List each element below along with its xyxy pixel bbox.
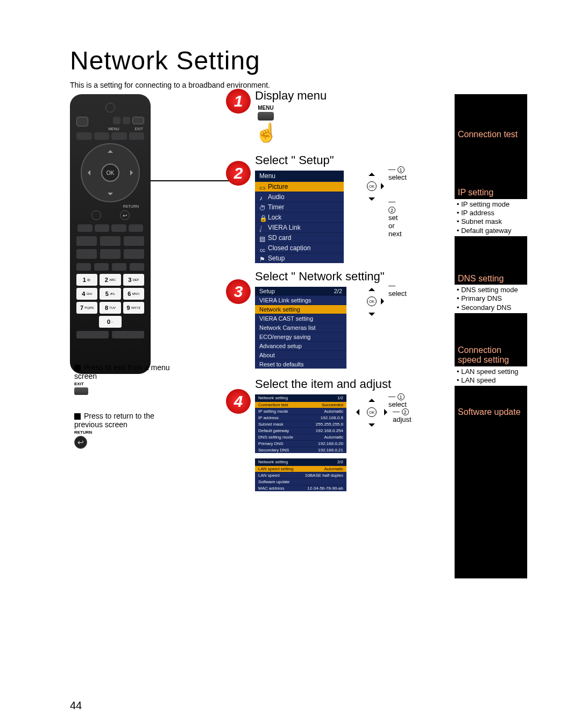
sidebar-heading: Connection test [458, 130, 524, 139]
sidebar-heading: Connection speed setting [458, 345, 524, 365]
step-4-heading: Select the item and adjust [255, 377, 391, 391]
sidebar-item: DNS setting mode [457, 286, 527, 294]
sidebar-heading: IP setting [458, 188, 524, 197]
sidebar-item: LAN speed setting [457, 367, 527, 376]
setup-item[interactable]: Advanced setup [255, 341, 346, 350]
network-setting-panel-2: Network setting2/2 LAN speed settingAuto… [255, 458, 346, 491]
ns-row[interactable]: IP setting modeAutomatic [255, 408, 346, 414]
hand-icon: ☝ [255, 122, 277, 143]
ns-row[interactable]: LAN speed10BASE half duplex [255, 472, 346, 478]
ns-row[interactable]: Software update [255, 478, 346, 485]
sidebar-heading: Software update [458, 407, 524, 417]
ns-row[interactable]: DNS setting modeAutomatic [255, 434, 346, 440]
network-setting-panel-1: Network setting1/2 Connection testSuccee… [255, 394, 346, 453]
key-5[interactable]: 5JKL [100, 288, 121, 300]
menu-item-picture[interactable]: ▭Picture [255, 181, 344, 192]
key-2[interactable]: 2ABC [100, 274, 121, 286]
sidebar-item: LAN speed [457, 376, 527, 385]
remote-ok-button[interactable]: OK [101, 164, 119, 182]
dpad-hint-icon: OK [355, 285, 387, 317]
menu-label: MENU [255, 105, 277, 111]
ns-row[interactable]: Primary DNS192.168.0.20 [255, 440, 346, 447]
callout-line [151, 180, 229, 181]
key-4[interactable]: 4GHI [76, 288, 97, 300]
sidebar-item: Default gateway [457, 227, 527, 235]
menu-item-closed-caption[interactable]: ㏄Closed caption [255, 243, 344, 253]
ns-row[interactable]: MAC address12-34-56-78-90-ab [255, 485, 346, 491]
hint-select: — 1select [388, 165, 407, 181]
setup-item[interactable]: ECO/energy saving [255, 332, 346, 341]
menu-item-audio[interactable]: ♪Audio [255, 192, 344, 202]
key-6[interactable]: 6MNO [123, 288, 144, 300]
exit-button-icon [74, 387, 88, 395]
page-number: 44 [70, 699, 82, 712]
key-3[interactable]: 3DEF [123, 274, 144, 286]
step-3-heading: Select " Network setting" [255, 270, 385, 284]
remote-return-button[interactable]: ↩ [120, 210, 130, 220]
sidebar-heading: DNS setting [458, 274, 524, 284]
ns-row[interactable]: Default gateway192.168.0.254 [255, 427, 346, 434]
remote-dpad: OK [81, 143, 140, 202]
ns-row[interactable]: Secondary DNS192.168.0.21 [255, 447, 346, 453]
key-0[interactable]: 0-. [99, 316, 122, 328]
step-3-badge: 3 [226, 279, 251, 304]
menu-panel: Menu ▭Picture ♪Audio ⏱Timer 🔒Lock ⎷VIERA… [255, 171, 344, 263]
setup-item[interactable]: Reset to defaults [255, 359, 346, 369]
hint-set: — 2set or next [388, 197, 402, 238]
return-button-icon: ↩ [74, 436, 87, 449]
remote-exit-label: EXIT [134, 127, 143, 131]
sidebar-item: IP address [457, 209, 527, 217]
menu-item-setup[interactable]: ⚑Setup [255, 253, 344, 263]
ns-row[interactable]: LAN speed settingAutomatic [255, 465, 346, 472]
step-1-heading: Display menu [255, 89, 327, 103]
setup-item[interactable]: About [255, 350, 346, 359]
setup-item[interactable]: Network Cameras list [255, 323, 346, 332]
step-2-badge: 2 [226, 161, 251, 186]
hint-exit: Press to exit from a menu screen EXIT [74, 363, 171, 395]
sidebar-item: Primary DNS [457, 294, 527, 303]
setup-item-network[interactable]: Network setting [255, 305, 346, 314]
step-1-badge: 1 [226, 89, 251, 114]
remote-return-label: RETURN [75, 204, 139, 208]
hint-return: Press to return to the previous screen R… [74, 412, 171, 449]
sidebar-item: Subnet mask [457, 217, 527, 226]
setup-item[interactable]: VIERA CAST setting [255, 314, 346, 323]
dpad-hint-icon: OK [353, 395, 391, 428]
menu-item-lock[interactable]: 🔒Lock [255, 212, 344, 222]
menu-panel-title: Menu [255, 171, 344, 181]
page-title: Network Setting [70, 46, 527, 75]
menu-item-sd-card[interactable]: ▤SD card [255, 232, 344, 243]
menu-item-viera-link[interactable]: ⎷VIERA Link [255, 222, 344, 232]
setup-panel-title: Setup [259, 288, 275, 294]
remote-menu-label: MENU [108, 127, 119, 131]
key-8[interactable]: 8TUV [100, 302, 121, 314]
sidebar: Connection test IP setting IP setting mo… [455, 94, 527, 578]
setup-panel: Setup2/2 VIERA Link settings Network set… [255, 287, 346, 369]
key-1[interactable]: 1@. [76, 274, 97, 286]
hint-select: — select [388, 281, 407, 298]
ns-row[interactable]: Subnet mask255.255.255.0 [255, 421, 346, 427]
remote-numpad: 1@. 2ABC 3DEF 4GHI 5JKL 6MNO 7PQRS 8TUV … [76, 274, 144, 328]
step-2-heading: Select " Setup" [255, 153, 344, 167]
sidebar-item: Secondary DNS [457, 303, 527, 312]
step-4-badge: 4 [226, 389, 251, 414]
sidebar-item: IP setting mode [457, 200, 527, 209]
setup-panel-page: 2/2 [334, 288, 342, 294]
hint-adjust: — 2adjust [393, 407, 412, 423]
key-9[interactable]: 9WXYZ [123, 302, 144, 314]
hint-select: — 1select [388, 392, 407, 408]
menu-item-timer[interactable]: ⏱Timer [255, 202, 344, 212]
dpad-hint-icon: OK [355, 169, 387, 202]
menu-button-icon [258, 112, 274, 121]
remote-control-illustration: MENUEXIT OK RETURN ↩ 1@. 2ABC 3DEF 4GHI … [70, 94, 151, 374]
key-7[interactable]: 7PQRS [76, 302, 97, 314]
ns-row[interactable]: IP address192.168.0.5 [255, 414, 346, 421]
page-subtitle: This is a setting for connecting to a br… [70, 81, 527, 89]
setup-item[interactable]: VIERA Link settings [255, 295, 346, 305]
ns-row[interactable]: Connection testSucceeded [255, 401, 346, 408]
